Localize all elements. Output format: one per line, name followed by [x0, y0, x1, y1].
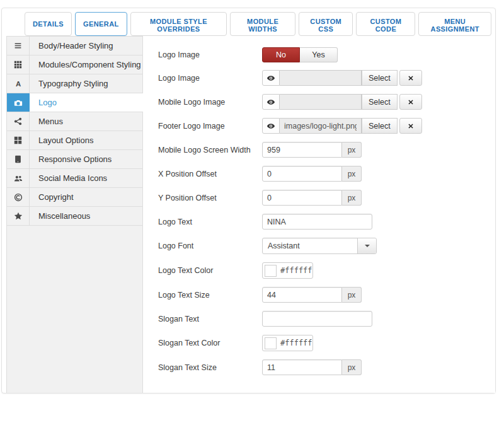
- media-path-input[interactable]: [280, 118, 362, 134]
- logo-image-toggle: No Yes: [262, 47, 338, 62]
- sidebar-item-label: Copyright: [30, 188, 143, 206]
- field-label: Mobile Logo Screen Width: [158, 146, 262, 154]
- select-image-button[interactable]: Select: [362, 70, 398, 86]
- field-label: Logo Text Size: [158, 291, 262, 300]
- field-label: Logo Text Color: [158, 266, 262, 275]
- sidebar-item-label: Menus: [30, 112, 143, 131]
- sidebar-item-copyright[interactable]: Copyright: [7, 188, 143, 207]
- field-label: Logo Text: [158, 218, 262, 226]
- media-path-input[interactable]: [280, 70, 362, 86]
- row-slogan-text-size: Slogan Text Size px: [158, 359, 495, 375]
- media-field: Select: [262, 70, 422, 86]
- number-input[interactable]: [262, 190, 342, 206]
- toggle-yes-button[interactable]: Yes: [300, 47, 338, 62]
- font-icon: A: [7, 74, 30, 93]
- camera-icon: [7, 93, 30, 112]
- color-field[interactable]: #ffffff: [262, 262, 313, 279]
- row-slogan-text: Slogan Text: [158, 311, 495, 327]
- row-slogan-text-color: Slogan Text Color #ffffff: [158, 335, 495, 351]
- row-mobile-logo-image: Mobile Logo Image Select: [158, 94, 495, 110]
- sidebar-item-label: Modules/Component Styling: [30, 55, 143, 74]
- logo-text-input[interactable]: [262, 214, 372, 230]
- preview-eye-button[interactable]: [262, 70, 280, 86]
- row-logo-text-color: Logo Text Color #ffffff: [158, 262, 495, 279]
- tab-menu-assignment[interactable]: MENU ASSIGNMENT: [418, 12, 491, 36]
- field-label: Logo Image: [158, 74, 262, 83]
- color-value: #ffffff: [280, 266, 312, 275]
- row-x-position-offset: X Position Offset px: [158, 166, 495, 182]
- row-logo-image-toggle: Logo Image No Yes: [158, 47, 495, 62]
- color-swatch[interactable]: [265, 265, 277, 277]
- sidebar-item-label: Miscellaneous: [30, 207, 143, 225]
- sidebar-item-label: Typography Styling: [30, 74, 143, 93]
- field-label: Mobile Logo Image: [158, 98, 262, 107]
- tablet-icon: [7, 150, 30, 168]
- users-icon: [7, 169, 30, 187]
- sidebar-item-layout-options[interactable]: Layout Options: [7, 131, 143, 150]
- select-image-button[interactable]: Select: [362, 94, 398, 110]
- share-icon: [7, 112, 30, 131]
- field-label: Logo Font: [158, 242, 262, 250]
- th-large-icon: [7, 131, 30, 149]
- copyright-icon: [7, 188, 30, 206]
- logo-settings-form: Logo Image No Yes Logo Image Select Mobi…: [143, 36, 495, 393]
- field-label: X Position Offset: [158, 170, 262, 178]
- sidebar-item-label: Social Media Icons: [30, 169, 143, 187]
- preview-eye-button[interactable]: [262, 94, 280, 110]
- caret-down-icon[interactable]: [357, 238, 376, 253]
- slogan-text-input[interactable]: [262, 311, 372, 327]
- sidebar-item-typography-styling[interactable]: A Typography Styling: [7, 74, 143, 93]
- sidebar-item-body-header-styling[interactable]: Body/Header Styling: [7, 37, 143, 55]
- row-logo-image: Logo Image Select: [158, 70, 495, 86]
- row-logo-text-size: Logo Text Size px: [158, 287, 495, 303]
- svg-text:A: A: [15, 79, 20, 87]
- clear-image-button[interactable]: [399, 118, 422, 134]
- number-input[interactable]: [262, 166, 342, 182]
- unit-addon: px: [342, 287, 362, 303]
- unit-addon: px: [342, 142, 362, 158]
- sidebar-item-miscellaneous[interactable]: Miscellaneous: [7, 207, 143, 226]
- tab-details[interactable]: DETAILS: [25, 12, 72, 36]
- field-label: Slogan Text Color: [158, 339, 262, 347]
- field-label: Footer Logo Image: [158, 122, 262, 131]
- color-swatch[interactable]: [265, 337, 277, 349]
- clear-image-button[interactable]: [399, 94, 422, 110]
- template-options-panel: DETAILS GENERAL MODULE STYLE OVERRIDES M…: [1, 8, 496, 393]
- color-field[interactable]: #ffffff: [262, 335, 313, 351]
- select-image-button[interactable]: Select: [362, 118, 398, 134]
- sidebar-item-label: Layout Options: [30, 131, 143, 149]
- preview-eye-button[interactable]: [262, 118, 280, 134]
- media-field: Select: [262, 118, 422, 134]
- row-logo-font: Logo Font Assistant: [158, 238, 495, 254]
- sidebar-item-logo[interactable]: Logo: [7, 93, 143, 112]
- sidebar-item-menus[interactable]: Menus: [7, 112, 143, 131]
- number-input[interactable]: [262, 359, 342, 375]
- number-input[interactable]: [262, 287, 342, 303]
- tab-module-style-overrides[interactable]: MODULE STYLE OVERRIDES: [130, 12, 227, 36]
- clear-image-button[interactable]: [399, 70, 422, 86]
- field-label: Slogan Text Size: [158, 363, 262, 372]
- tab-module-widths[interactable]: MODULE WIDTHS: [230, 12, 295, 36]
- grid-icon: [7, 55, 30, 74]
- tab-bar: DETAILS GENERAL MODULE STYLE OVERRIDES M…: [2, 8, 495, 36]
- field-label: Logo Image: [158, 50, 262, 59]
- tab-custom-css[interactable]: CUSTOM CSS: [299, 12, 353, 36]
- sidebar-item-modules-component-styling[interactable]: Modules/Component Styling: [7, 55, 143, 74]
- select-value: Assistant: [263, 238, 357, 253]
- toggle-no-button[interactable]: No: [262, 47, 300, 62]
- sidebar-item-label: Responsive Options: [30, 150, 143, 168]
- sidebar-item-responsive-options[interactable]: Responsive Options: [7, 150, 143, 169]
- number-input[interactable]: [262, 142, 342, 158]
- settings-sidebar: Body/Header Styling Modules/Component St…: [6, 36, 143, 393]
- row-mobile-logo-screen-width: Mobile Logo Screen Width px: [158, 142, 495, 158]
- sidebar-item-label: Logo: [30, 93, 143, 112]
- color-value: #ffffff: [280, 339, 312, 347]
- media-path-input[interactable]: [280, 94, 362, 110]
- tab-general[interactable]: GENERAL: [75, 12, 127, 36]
- unit-addon: px: [342, 166, 362, 182]
- logo-font-select[interactable]: Assistant: [262, 238, 377, 254]
- row-y-position-offset: Y Position Offset px: [158, 190, 495, 206]
- sidebar-item-social-media-icons[interactable]: Social Media Icons: [7, 169, 143, 188]
- unit-addon: px: [342, 190, 362, 206]
- tab-custom-code[interactable]: CUSTOM CODE: [356, 12, 415, 36]
